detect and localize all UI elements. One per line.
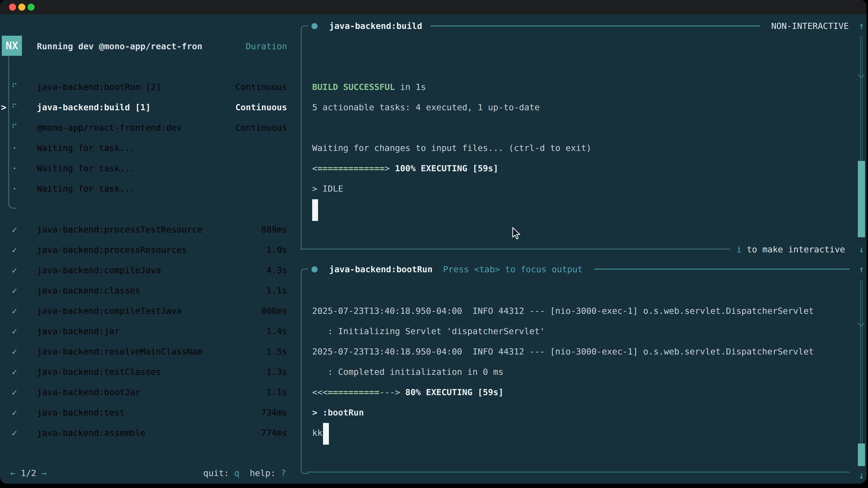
task-row-done[interactable]: ✓ java-backend:processTestResource 889ms <box>0 219 294 240</box>
scrollbar-thumb[interactable] <box>858 161 865 237</box>
scrollbar-thumb[interactable] <box>858 444 865 466</box>
run-command-title: Running dev @mono-app/react-fron <box>37 36 202 57</box>
check-icon: ✓ <box>9 281 20 301</box>
build-panel-bottom-rule <box>301 249 730 250</box>
bootrun-task-line: > :bootRun <box>312 402 364 423</box>
check-icon: ✓ <box>9 240 20 260</box>
task-duration: 4.3s <box>266 260 287 281</box>
task-row-done[interactable]: ✓ java-backend:test 734ms <box>0 402 294 423</box>
terminal-window: NX Running dev @mono-app/react-fron Dura… <box>0 0 866 484</box>
task-name: Waiting for task... <box>37 178 135 199</box>
bootrun-progress-line: <<<==========---> 80% EXECUTING [59s] <box>312 382 504 402</box>
task-duration: 1.5s <box>266 341 287 362</box>
non-interactive-badge: NON-INTERACTIVE <box>771 16 849 36</box>
task-row-done[interactable]: ✓ java-backend:testClasses 1.3s <box>0 362 294 382</box>
scroll-up-icon[interactable]: ↑ <box>856 16 866 36</box>
progress-open: <<< <box>312 387 328 397</box>
task-name: java-backend:jar <box>37 321 120 341</box>
task-name: java-backend:classes <box>37 281 141 301</box>
build-progress-line: <=============> 100% EXECUTING [59s] <box>312 158 498 178</box>
terminal-cursor <box>323 423 329 445</box>
task-duration: 1.3s <box>266 362 287 382</box>
keyboard-hints: quit: q help: ? <box>203 463 286 483</box>
task-name: @mono-app/react-frontend:dev <box>37 118 182 138</box>
task-row-done[interactable]: ✓ java-backend:processResources 1.0s <box>0 240 294 260</box>
task-name: java-backend:bootRun [2] <box>37 77 161 97</box>
build-idle-line: > IDLE <box>312 178 343 199</box>
check-icon: ✓ <box>9 321 20 341</box>
log-line: : Initializing Servlet 'dispatcherServle… <box>312 321 545 341</box>
task-row-done[interactable]: ✓ java-backend:jar 1.4s <box>0 321 294 341</box>
task-duration: 774ms <box>261 423 287 443</box>
duration-column-header: Duration <box>246 36 287 57</box>
focus-output-hint: Press <tab> to focus output <box>443 259 583 280</box>
minimize-window-button[interactable] <box>18 4 25 11</box>
build-panel-title: java-backend:build <box>329 16 422 36</box>
waiting-dot-icon: · <box>9 178 20 199</box>
task-row-waiting: · Waiting for task... <box>0 178 294 199</box>
task-row-selected[interactable]: ⠋ java-backend:build [1] Continuous <box>0 97 294 118</box>
interactive-hint-key: i <box>737 245 742 254</box>
task-status: Continuous <box>235 97 287 118</box>
build-success-status: BUILD SUCCESSFUL <box>312 82 395 92</box>
bootrun-panel-border <box>301 269 308 474</box>
build-success-line: BUILD SUCCESSFUL in 1s <box>312 77 426 97</box>
close-window-button[interactable] <box>9 4 16 11</box>
window-titlebar[interactable] <box>0 0 866 14</box>
scrollbar-track[interactable] <box>860 36 862 161</box>
check-icon: ✓ <box>9 423 20 443</box>
task-status: Continuous <box>235 77 287 97</box>
stdin-input-text[interactable]: kk <box>312 423 322 443</box>
scroll-down-icon[interactable]: ↓ <box>856 465 866 484</box>
build-success-time: in 1s <box>395 82 426 92</box>
check-icon: ✓ <box>9 260 20 281</box>
task-row-done[interactable]: ✓ java-backend:assemble 774ms <box>0 423 294 443</box>
page-next-arrow[interactable]: → <box>41 468 46 478</box>
log-line: 2025-07-23T13:40:18.950-04:00 INFO 44312… <box>312 341 814 362</box>
terminal-screen: NX Running dev @mono-app/react-fron Dura… <box>0 14 866 484</box>
sidebar-header: Running dev @mono-app/react-fron Duratio… <box>0 36 294 57</box>
scrollbar-track[interactable] <box>860 280 862 444</box>
scroll-up-icon[interactable]: ↑ <box>856 259 866 280</box>
scroll-chevron-down-icon <box>858 71 865 78</box>
task-duration: 808ms <box>261 301 287 321</box>
build-panel-bullet-icon <box>311 23 318 29</box>
task-row-done[interactable]: ✓ java-backend:bootJar 1.1s <box>0 382 294 402</box>
spinner-icon: ⠋ <box>9 77 20 97</box>
scroll-down-icon[interactable]: ↓ <box>856 239 866 260</box>
check-icon: ✓ <box>9 382 20 402</box>
bootrun-panel-title: java-backend:bootRun <box>329 259 433 280</box>
help-label: help: <box>239 468 281 478</box>
check-icon: ✓ <box>9 341 20 362</box>
task-duration: 734ms <box>261 402 287 423</box>
task-name: java-backend:compileJava <box>37 260 161 281</box>
progress-open: < <box>312 163 317 173</box>
check-icon: ✓ <box>9 219 20 240</box>
page-prev-arrow[interactable]: ← <box>10 468 16 478</box>
progress-bar-fill: ========== <box>328 387 379 397</box>
task-row-done[interactable]: ✓ java-backend:resolveMainClassNam 1.5s <box>0 341 294 362</box>
zoom-window-button[interactable] <box>28 4 35 11</box>
task-row-waiting: · Waiting for task... <box>0 158 294 178</box>
bootrun-panel-bullet-icon <box>311 266 318 272</box>
task-duration: 1.1s <box>266 281 287 301</box>
progress-label: 80% EXECUTING [59s] <box>405 387 504 397</box>
scroll-chevron-down-icon <box>858 320 865 327</box>
spinner-icon: ⠋ <box>9 118 20 138</box>
progress-close: > <box>384 163 395 173</box>
help-key: ? <box>281 468 286 478</box>
task-name: java-backend:compileTestJava <box>37 301 182 321</box>
task-row[interactable]: ⠋ @mono-app/react-frontend:dev Continuou… <box>0 118 294 138</box>
bootrun-header-rule <box>594 269 849 269</box>
task-row[interactable]: ⠋ java-backend:bootRun [2] Continuous <box>0 77 294 97</box>
quit-label: quit: <box>203 468 234 478</box>
task-name: java-backend:bootJar <box>37 382 141 402</box>
waiting-dot-icon: · <box>9 158 20 178</box>
task-row-done[interactable]: ✓ java-backend:compileTestJava 808ms <box>0 301 294 321</box>
waiting-dot-icon: · <box>9 138 20 158</box>
task-row-done[interactable]: ✓ java-backend:compileJava 4.3s <box>0 260 294 281</box>
quit-key: q <box>234 468 239 478</box>
progress-bar-fill: ============= <box>317 163 384 173</box>
task-name: Waiting for task... <box>37 138 135 158</box>
task-row-done[interactable]: ✓ java-backend:classes 1.1s <box>0 281 294 301</box>
